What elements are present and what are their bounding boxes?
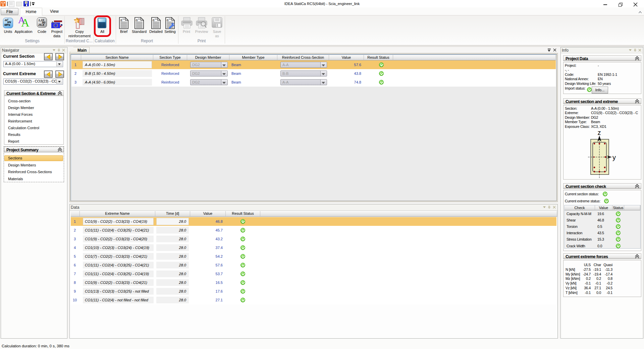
svg-text:a: a [120,18,122,22]
svg-text:a: a [167,18,169,22]
svg-text:z: z [598,129,601,136]
svg-text:y: y [612,154,616,161]
svg-text:a: a [153,18,155,22]
svg-text:a: a [136,18,138,22]
